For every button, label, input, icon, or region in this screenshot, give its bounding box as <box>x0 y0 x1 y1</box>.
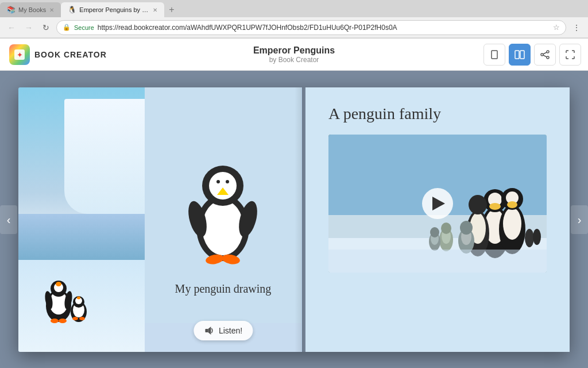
svg-point-18 <box>59 319 67 323</box>
extensions-button[interactable]: ⋮ <box>570 21 583 34</box>
svg-point-5 <box>547 51 549 53</box>
svg-point-14 <box>56 282 61 286</box>
browser-toolbar: ← → ↻ 🔒 Secure https://read.bookcreator.… <box>0 17 588 38</box>
toolbar-right: ⋮ <box>570 21 583 34</box>
browser-chrome: 📚 My Books ✕ 🐧 Emperor Penguins by Book … <box>0 0 588 39</box>
book-spread: My penguin drawing Listen! A penguin fam… <box>18 87 570 352</box>
tab-title-2: Emperor Penguins by Book C... <box>79 6 149 13</box>
svg-point-6 <box>541 53 543 56</box>
listen-label: Listen! <box>219 326 242 335</box>
next-arrow-icon: › <box>578 213 582 227</box>
fullscreen-button[interactable] <box>559 44 581 66</box>
svg-point-47 <box>489 203 501 210</box>
penguin-caption: My penguin drawing <box>175 282 272 296</box>
tab-title-1: My Books <box>18 6 46 13</box>
right-page: A penguin family <box>305 87 570 352</box>
app-logo-icon: ✦ <box>9 44 30 65</box>
prev-arrow-icon: ‹ <box>7 213 11 227</box>
svg-rect-38 <box>205 329 208 332</box>
svg-marker-39 <box>208 327 211 335</box>
app-header-title: Emperor Penguins by Book Creator <box>253 45 335 64</box>
app-logo[interactable]: ✦ BOOK CREATOR <box>0 44 116 65</box>
reload-button[interactable]: ↻ <box>39 21 53 34</box>
svg-point-61 <box>441 223 451 234</box>
svg-point-31 <box>216 180 220 183</box>
listen-button[interactable]: Listen! <box>194 321 253 340</box>
book-title: Emperor Penguins <box>253 45 335 56</box>
tab-close-2[interactable]: ✕ <box>153 7 157 13</box>
next-page-button[interactable]: › <box>571 205 588 234</box>
svg-point-23 <box>77 297 80 300</box>
url-text: https://read.bookcreator.com/aWAhdfUWXPQ… <box>98 24 550 32</box>
left-page: My penguin drawing Listen! <box>145 87 302 352</box>
single-page-button[interactable] <box>483 44 505 66</box>
single-page-icon <box>489 49 500 60</box>
double-page-button[interactable] <box>509 44 531 66</box>
app-header: ✦ BOOK CREATOR Emperor Penguins by Book … <box>0 39 588 71</box>
lock-icon: 🔒 <box>63 24 71 31</box>
svg-point-17 <box>51 319 59 323</box>
app-header-actions <box>477 44 588 66</box>
svg-point-28 <box>202 200 243 255</box>
browser-tabs: 📚 My Books ✕ 🐧 Emperor Penguins by Book … <box>0 0 588 17</box>
left-background-page <box>18 87 145 352</box>
share-button[interactable] <box>534 44 556 66</box>
svg-point-49 <box>503 208 521 240</box>
forward-button[interactable]: → <box>22 21 36 34</box>
main-content: ‹ <box>0 71 588 368</box>
svg-point-25 <box>79 317 85 320</box>
svg-point-66 <box>533 229 541 245</box>
penguin-drawing-area: My penguin drawing <box>175 144 272 296</box>
svg-rect-3 <box>515 51 519 59</box>
svg-point-32 <box>226 180 229 183</box>
svg-rect-2 <box>492 51 497 59</box>
svg-point-55 <box>469 195 487 214</box>
logo-svg: ✦ <box>13 48 26 61</box>
svg-rect-4 <box>520 51 524 59</box>
tab-close-1[interactable]: ✕ <box>49 7 54 13</box>
bookmark-icon[interactable]: ☆ <box>553 23 560 32</box>
address-bar[interactable]: 🔒 Secure https://read.bookcreator.com/aW… <box>56 20 566 35</box>
new-tab-button[interactable]: + <box>164 2 179 17</box>
svg-point-65 <box>525 229 534 247</box>
video-player[interactable] <box>328 135 547 273</box>
back-button[interactable]: ← <box>5 21 18 34</box>
penguin-drawing-svg <box>177 144 269 271</box>
fullscreen-icon <box>565 49 575 60</box>
svg-text:✦: ✦ <box>17 51 23 59</box>
tab-my-books[interactable]: 📚 My Books ✕ <box>0 2 61 17</box>
tab-emperor-penguins[interactable]: 🐧 Emperor Penguins by Book C... ✕ <box>61 2 164 17</box>
speaker-icon <box>204 325 214 336</box>
tab-favicon-1: 📚 <box>7 6 15 14</box>
svg-rect-67 <box>328 250 547 273</box>
play-button[interactable] <box>422 188 453 219</box>
tab-favicon-2: 🐧 <box>68 6 76 14</box>
share-icon <box>540 49 550 60</box>
bottom-listen-area: Listen! <box>145 323 301 352</box>
background-scene <box>18 87 145 352</box>
svg-point-30 <box>209 172 237 200</box>
video-thumbnail <box>328 135 547 273</box>
secure-label: Secure <box>74 24 94 31</box>
svg-line-9 <box>543 55 547 57</box>
svg-line-8 <box>543 52 547 54</box>
book-subtitle: by Book Creator <box>253 56 335 64</box>
svg-point-7 <box>547 56 549 59</box>
double-page-icon <box>514 49 525 60</box>
background-penguins-svg <box>30 243 99 323</box>
ice-cliff <box>64 99 145 214</box>
app-logo-text: BOOK CREATOR <box>34 50 107 59</box>
right-page-title: A penguin family <box>328 105 547 123</box>
svg-point-52 <box>507 201 517 208</box>
svg-point-58 <box>460 221 473 235</box>
svg-point-24 <box>72 317 78 320</box>
prev-page-button[interactable]: ‹ <box>0 205 17 234</box>
svg-point-64 <box>430 227 439 237</box>
